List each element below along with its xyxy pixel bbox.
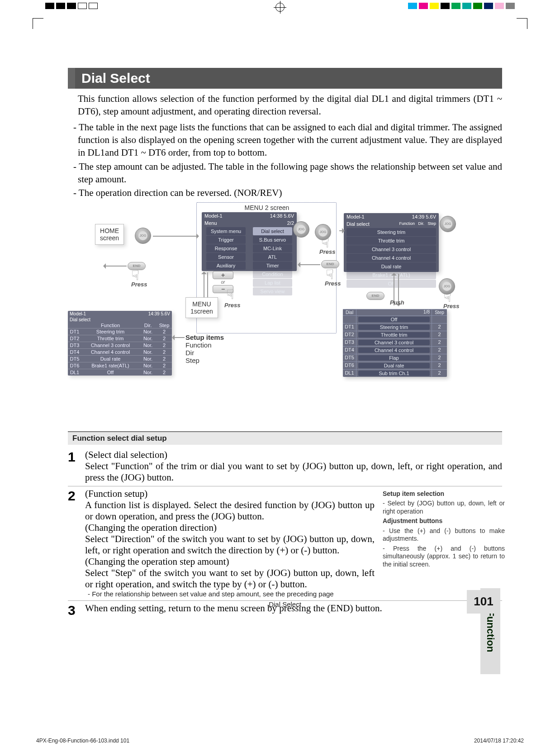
side-t1: Setup item selection: [383, 490, 505, 498]
side-p3: - Press the (+) and (-) buttons simultan…: [383, 545, 505, 569]
bullet-1: - The table in the next page lists the f…: [68, 121, 502, 159]
setup-item-function: Function: [185, 341, 224, 349]
step-2-p2: Select "Direction" of the switch you wan…: [85, 533, 375, 556]
arrow-right-icon: [153, 236, 198, 237]
arrow-left-icon: [104, 266, 127, 267]
step-2-note: - For the relationship between set value…: [68, 590, 502, 598]
menu1-label-2: 1screen: [190, 308, 213, 315]
step-2-p3: Select "Step" of the switch you want to …: [85, 567, 375, 590]
jog-icon: [440, 216, 456, 232]
file-stamp: 4PX-Eng-08-Function-66-103.indd 101 2014…: [36, 738, 524, 744]
arrow-down-icon: [207, 272, 208, 300]
rlist-page: 1/8: [423, 309, 430, 315]
rlist-step-head: Step: [432, 309, 447, 315]
step-2: 2 Setup item selection - Select by (JOG)…: [68, 486, 502, 590]
arrow-up-icon: [204, 272, 204, 300]
step-2-lead: (Function setup): [85, 488, 147, 499]
dial-function-screen: Model-114:39 5.6V Dial selectFunction Di…: [344, 213, 439, 272]
col-function: Function: [81, 323, 139, 328]
side-p1: - Select by (JOG) button up, down, left …: [383, 500, 505, 515]
col-step: Step: [157, 323, 172, 328]
function-select-heading: Function select dial setup: [68, 431, 502, 445]
press-label: Press: [319, 248, 335, 255]
crop-mark: [33, 18, 43, 29]
col-id: [68, 323, 81, 328]
tbl-model: Model-1: [70, 311, 86, 316]
footer-title: Dial Select: [68, 600, 502, 608]
tbl-time: 14:39 5.6V: [148, 311, 170, 316]
hand-pointer-icon: ☟: [226, 286, 234, 302]
menu2-model: Model-1: [204, 213, 223, 219]
crosshair-icon: [274, 1, 286, 14]
setup-item-step: Step: [185, 357, 224, 364]
arrow-left-icon: [173, 337, 185, 338]
press-label: Press: [131, 281, 147, 288]
push-label: Push: [390, 299, 404, 306]
menu2-page: 2/2: [287, 220, 294, 226]
page-title: Dial Select: [68, 68, 502, 89]
arrow-left-icon: [299, 264, 320, 265]
home-label-1: HOME: [100, 227, 119, 234]
sidebar-help: Setup item selection - Select by (JOG) b…: [383, 490, 505, 571]
file-stamp-left: 4PX-Eng-08-Function-66-103.indd 101: [36, 738, 129, 744]
menu1-label: MENU: [190, 300, 213, 308]
end-button-icon: END: [366, 292, 384, 300]
arrow-right-icon: [339, 230, 344, 231]
section-tab-label: Function: [484, 610, 496, 652]
press-label: Press: [325, 280, 341, 287]
menu-1-box: MENU 1screen: [185, 297, 218, 318]
bullet-3: - The operation direction can be reverse…: [68, 186, 502, 199]
step-2-sub2: (Changing the operation step amount): [85, 556, 229, 567]
page-number: 101: [467, 590, 500, 614]
print-registration: [45, 3, 515, 10]
or-label: or: [213, 280, 233, 285]
jog-icon: [293, 221, 309, 238]
side-p2: - Use the (+) and (-) buttons to make ad…: [383, 527, 505, 543]
col-dir: Dir.: [139, 323, 157, 328]
function-overlay-list: Dial 1/8 Step OffDT1Steering trim2DT2Thr…: [343, 309, 447, 377]
step-2-sub1: (Changing the operation direction): [85, 522, 217, 533]
home-screen-box: HOME screen: [95, 224, 124, 245]
menu-2-label: MENU 2 screen: [204, 204, 330, 211]
dial-select-table: Model-114:39 5.6V Dial select Function D…: [68, 311, 172, 376]
setup-items-title: Setup items: [185, 333, 224, 341]
plus-button-icon: +: [213, 271, 233, 279]
press-label: Press: [224, 302, 240, 309]
step-1-lead: (Select dial selection): [85, 449, 167, 460]
step-1: 1 (Select dial selection) Select "Functi…: [68, 447, 502, 483]
jog-icon: [135, 228, 151, 244]
page-content: Dial Select This function allows selecti…: [68, 68, 502, 618]
menu-2-screen: Model-114:38 5.6V Menu2/2 System menuTri…: [202, 212, 297, 271]
setup-items-note: Setup items Function Dir Step: [185, 333, 224, 364]
bullet-2: - The step amount can be adjusted. The t…: [68, 160, 502, 186]
crop-mark: [517, 18, 527, 29]
press-label: Press: [443, 303, 459, 309]
file-stamp-right: 2014/07/18 17:20:42: [474, 738, 524, 744]
step-1-body: Select "Function" of the trim or dial yo…: [85, 461, 502, 483]
setup-item-dir: Dir: [185, 349, 224, 357]
menu2-time: 14:38 5.6V: [270, 213, 294, 219]
intro-paragraph: This function allows selection of the fu…: [68, 92, 502, 118]
step-2-p1: A function list is displayed. Select the…: [85, 500, 375, 522]
side-t2: Adjustment buttons: [383, 517, 505, 525]
tbl-title: Dial select: [70, 317, 90, 322]
home-label-2: screen: [100, 234, 119, 242]
navigation-diagram: MENU 2 screen HOME screen Model-114:38 5…: [68, 202, 502, 428]
